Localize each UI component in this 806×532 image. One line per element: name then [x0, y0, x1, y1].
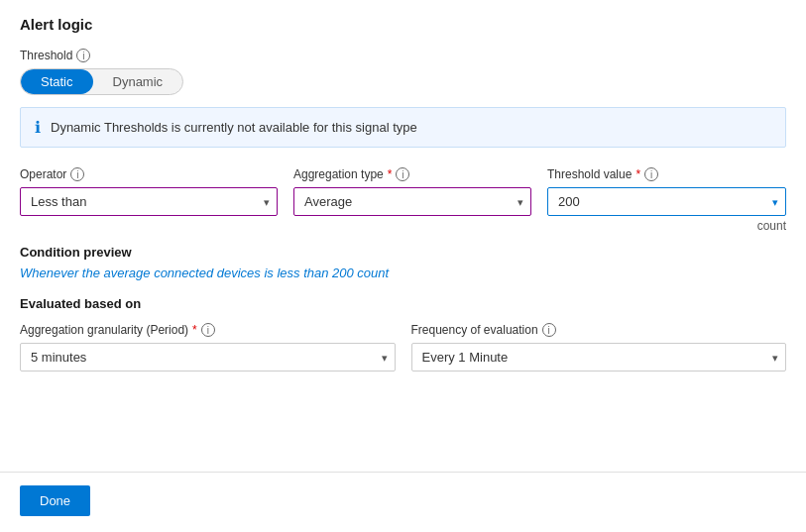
operator-info-icon[interactable]: i — [70, 167, 84, 181]
threshold-value-info-icon[interactable]: i — [644, 167, 658, 181]
granularity-select-wrapper: 1 minute 5 minutes 15 minutes 30 minutes… — [20, 343, 396, 372]
condition-preview-title: Condition preview — [20, 245, 786, 260]
aggregation-granularity-field: Aggregation granularity (Period) * i 1 m… — [20, 323, 396, 372]
threshold-value-chevron-icon: ▾ — [772, 195, 778, 208]
threshold-section: Threshold i Static Dynamic — [20, 49, 786, 95]
condition-preview-text: Whenever the average connected devices i… — [20, 266, 786, 280]
operator-select[interactable]: Less than Greater than Greater than or e… — [20, 187, 278, 216]
threshold-required-star: * — [635, 167, 640, 181]
page-container: Alert logic Threshold i Static Dynamic ℹ… — [0, 0, 806, 532]
threshold-toggle[interactable]: Static Dynamic — [20, 68, 183, 95]
threshold-info-icon[interactable]: i — [76, 49, 90, 62]
threshold-label: Threshold i — [20, 49, 786, 62]
threshold-unit-label: count — [547, 219, 786, 233]
frequency-field: Frequency of evaluation i Every 1 Minute… — [411, 323, 787, 372]
frequency-select[interactable]: Every 1 Minute Every 5 Minutes Every 15 … — [411, 343, 787, 372]
operator-field: Operator i Less than Greater than Greate… — [20, 167, 278, 216]
operator-select-wrapper: Less than Greater than Greater than or e… — [20, 187, 278, 216]
aggregation-type-select-wrapper: Average Count Minimum Maximum Total ▾ — [293, 187, 531, 216]
info-banner-text: Dynamic Thresholds is currently not avai… — [51, 120, 417, 135]
toggle-static[interactable]: Static — [21, 69, 93, 94]
footer-actions: Done — [20, 485, 90, 516]
toggle-dynamic[interactable]: Dynamic — [93, 69, 183, 94]
page-title: Alert logic — [20, 16, 786, 33]
frequency-select-wrapper: Every 1 Minute Every 5 Minutes Every 15 … — [411, 343, 787, 372]
footer-divider — [0, 472, 806, 473]
aggregation-granularity-label: Aggregation granularity (Period) * i — [20, 323, 396, 337]
aggregation-type-field: Aggregation type * i Average Count Minim… — [293, 167, 531, 216]
granularity-select[interactable]: 1 minute 5 minutes 15 minutes 30 minutes… — [20, 343, 396, 372]
threshold-value-input[interactable] — [547, 187, 786, 216]
threshold-value-field: Threshold value * i ▾ count — [547, 167, 786, 233]
aggregation-type-info-icon[interactable]: i — [396, 167, 409, 181]
evaluated-row: Aggregation granularity (Period) * i 1 m… — [20, 323, 786, 372]
frequency-label: Frequency of evaluation i — [411, 323, 787, 337]
aggregation-type-select[interactable]: Average Count Minimum Maximum Total — [293, 187, 531, 216]
filter-row: Operator i Less than Greater than Greate… — [20, 167, 786, 233]
info-banner-icon: ℹ — [35, 118, 41, 137]
frequency-info-icon[interactable]: i — [542, 323, 556, 337]
threshold-input-wrapper: ▾ — [547, 187, 786, 216]
done-button[interactable]: Done — [20, 485, 90, 516]
granularity-info-icon[interactable]: i — [201, 323, 215, 337]
agg-required-star: * — [388, 167, 393, 181]
condition-preview-section: Condition preview Whenever the average c… — [20, 245, 786, 280]
info-banner: ℹ Dynamic Thresholds is currently not av… — [20, 107, 786, 148]
aggregation-type-label: Aggregation type * i — [293, 167, 531, 181]
granularity-required-star: * — [192, 323, 197, 337]
evaluated-section: Evaluated based on Aggregation granulari… — [20, 296, 786, 372]
operator-label: Operator i — [20, 167, 278, 181]
threshold-value-label: Threshold value * i — [547, 167, 786, 181]
evaluated-title: Evaluated based on — [20, 296, 786, 311]
